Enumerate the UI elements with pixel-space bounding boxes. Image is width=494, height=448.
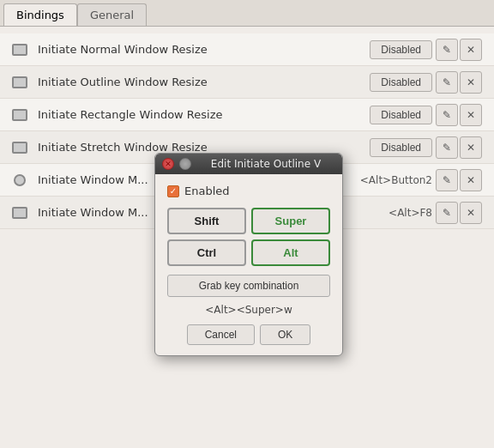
edit-dialog: ✕ Edit Initiate Outline V ✓ Enabled Shif… [154, 153, 343, 356]
binding-label: Initiate Stretch Window Resize [38, 141, 370, 154]
main-window: Bindings General Initiate Normal Window … [0, 0, 494, 448]
binding-label: Initiate Outline Window Resize [38, 76, 370, 88]
enabled-row: ✓ Enabled [167, 185, 330, 197]
edit-icon[interactable]: ✎ [436, 202, 458, 224]
row-icon [10, 171, 29, 190]
key-combo-value: <Alt>F8 [389, 207, 432, 219]
combo-display: <Alt><Super>w [167, 304, 330, 316]
alt-key-button[interactable]: Alt [251, 239, 330, 266]
key-combo-value: <Alt>Button2 [360, 174, 432, 186]
value-button[interactable]: Disabled [370, 106, 432, 124]
edit-icon[interactable]: ✎ [436, 39, 458, 61]
edit-icon[interactable]: ✎ [436, 136, 458, 159]
row-icon [10, 138, 29, 157]
delete-icon[interactable]: ✕ [460, 104, 482, 126]
tab-bar: Bindings General [0, 0, 494, 27]
delete-icon[interactable]: ✕ [460, 136, 482, 159]
value-button[interactable]: Disabled [370, 73, 432, 92]
enabled-checkbox[interactable]: ✓ [167, 185, 179, 197]
edit-icon[interactable]: ✎ [436, 104, 458, 126]
shift-key-button[interactable]: Shift [167, 208, 246, 234]
value-button[interactable]: Disabled [370, 40, 432, 59]
edit-icon[interactable]: ✎ [436, 71, 458, 94]
table-row: Initiate Rectangle Window Resize Disable… [0, 99, 494, 131]
table-row: Initiate Outline Window Resize Disabled … [0, 66, 494, 99]
dialog-close-button[interactable]: ✕ [162, 158, 174, 170]
key-modifier-grid: Shift Super Ctrl Alt [167, 208, 330, 266]
table-row: Initiate Normal Window Resize Disabled ✎… [0, 33, 494, 66]
binding-label: Initiate Normal Window Resize [38, 43, 370, 56]
dialog-body: ✓ Enabled Shift Super Ctrl Alt Grab key … [155, 174, 342, 355]
value-button[interactable]: Disabled [370, 138, 432, 157]
row-icon [10, 106, 29, 124]
edit-icon[interactable]: ✎ [436, 169, 458, 191]
dialog-title: Edit Initiate Outline V [196, 158, 335, 170]
delete-icon[interactable]: ✕ [460, 71, 482, 94]
dialog-min-button[interactable] [179, 158, 191, 170]
row-icon [10, 40, 29, 59]
delete-icon[interactable]: ✕ [460, 202, 482, 224]
binding-label: Initiate Rectangle Window Resize [38, 108, 370, 121]
cancel-button[interactable]: Cancel [187, 324, 255, 345]
super-key-button[interactable]: Super [251, 208, 330, 234]
row-icon [10, 73, 29, 92]
tab-general[interactable]: General [77, 3, 147, 26]
row-icon [10, 203, 29, 222]
dialog-action-buttons: Cancel OK [167, 324, 330, 345]
ctrl-key-button[interactable]: Ctrl [167, 239, 246, 266]
tab-bindings[interactable]: Bindings [3, 3, 77, 26]
delete-icon[interactable]: ✕ [460, 169, 482, 191]
dialog-titlebar: ✕ Edit Initiate Outline V [155, 154, 342, 174]
grab-combination-button[interactable]: Grab key combination [167, 275, 330, 297]
enabled-label: Enabled [184, 185, 230, 197]
ok-button[interactable]: OK [260, 324, 310, 345]
delete-icon[interactable]: ✕ [460, 39, 482, 61]
